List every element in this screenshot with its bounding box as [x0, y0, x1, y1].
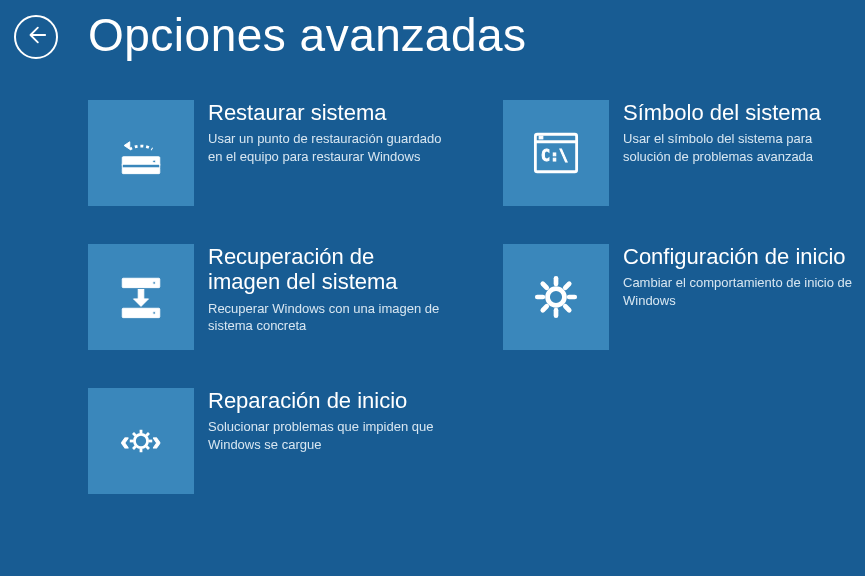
- svg-line-31: [543, 284, 547, 288]
- svg-point-10: [153, 312, 156, 315]
- startup-settings-icon: [503, 244, 609, 350]
- tile-desc: Solucionar problemas que impiden que Win…: [208, 418, 448, 453]
- tile-desc: Cambiar el comportamiento de inicio de W…: [623, 274, 863, 309]
- svg-rect-2: [122, 164, 160, 168]
- image-recovery-icon: [88, 244, 194, 350]
- svg-marker-8: [134, 299, 149, 307]
- tile-command-prompt[interactable]: C:\ Símbolo del sistema Usar el símbolo …: [503, 100, 863, 206]
- svg-text:›: ›: [152, 426, 161, 456]
- tile-title: Reparación de inicio: [208, 388, 448, 413]
- svg-point-26: [548, 289, 565, 306]
- svg-rect-24: [539, 136, 543, 139]
- svg-line-19: [146, 446, 149, 449]
- svg-point-4: [153, 160, 156, 163]
- startup-repair-icon: ‹ ›: [88, 388, 194, 494]
- svg-marker-0: [124, 142, 130, 150]
- tile-image-recovery[interactable]: Recuperación de imagen del sistema Recup…: [88, 244, 448, 350]
- tile-system-restore[interactable]: Restaurar sistema Usar un punto de resta…: [88, 100, 448, 206]
- command-prompt-icon: C:\: [503, 100, 609, 206]
- svg-text:C:\: C:\: [541, 147, 568, 165]
- svg-line-20: [133, 446, 136, 449]
- tile-title: Recuperación de imagen del sistema: [208, 244, 448, 295]
- svg-point-6: [153, 282, 156, 285]
- svg-line-18: [133, 433, 136, 436]
- page-title: Opciones avanzadas: [88, 8, 527, 62]
- tile-startup-settings[interactable]: Configuración de inicio Cambiar el compo…: [503, 244, 863, 350]
- back-button[interactable]: [14, 15, 58, 59]
- tile-desc: Usar el símbolo del sistema para solució…: [623, 130, 863, 165]
- tile-startup-repair[interactable]: ‹ ›: [88, 388, 448, 494]
- svg-line-34: [565, 284, 569, 288]
- svg-point-13: [134, 434, 147, 447]
- back-arrow-icon: [25, 24, 47, 50]
- svg-text:‹: ‹: [120, 426, 129, 456]
- system-restore-icon: [88, 100, 194, 206]
- svg-line-33: [543, 306, 547, 310]
- tile-title: Símbolo del sistema: [623, 100, 863, 125]
- tile-desc: Usar un punto de restauración guardado e…: [208, 130, 448, 165]
- tile-title: Restaurar sistema: [208, 100, 448, 125]
- svg-line-32: [565, 306, 569, 310]
- svg-rect-3: [122, 168, 160, 174]
- tile-desc: Recuperar Windows con una imagen de sist…: [208, 300, 448, 335]
- tile-title: Configuración de inicio: [623, 244, 863, 269]
- svg-line-21: [146, 433, 149, 436]
